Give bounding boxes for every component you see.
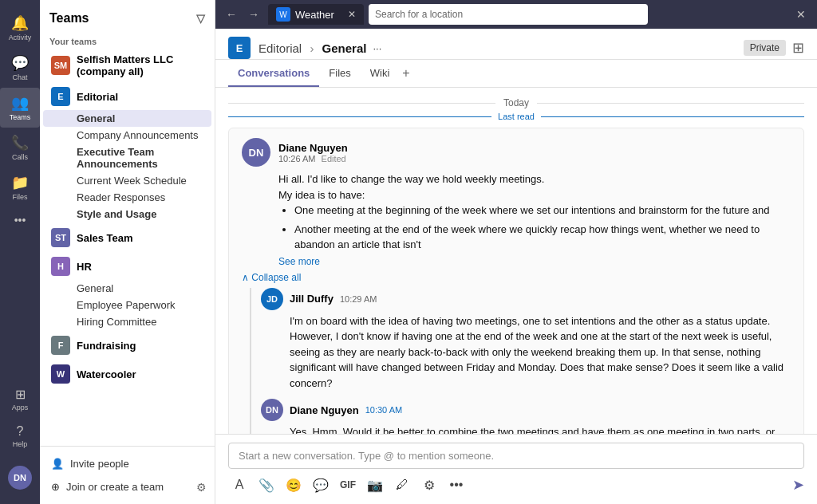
apps-icon: ⊞	[15, 387, 26, 402]
tab-wiki[interactable]: Wiki	[361, 61, 400, 87]
forward-button[interactable]: →	[244, 5, 263, 24]
msg-author-diane: Diane Nguyen	[278, 142, 348, 154]
nav-user-avatar[interactable]: DN	[0, 459, 40, 496]
back-button[interactable]: ←	[222, 5, 241, 24]
chat-icon: 💬	[11, 54, 29, 72]
team-name-sm: Selfish Matters LLC (company all)	[77, 53, 195, 77]
reply-body-jill-1: I'm on board with the idea of having two…	[261, 313, 791, 392]
nav-item-activity[interactable]: 🔔 Activity	[0, 8, 40, 48]
channel-row-employee-paperwork[interactable]: Employee Paperwork	[43, 297, 211, 313]
nav-item-calls[interactable]: 📞 Calls	[0, 128, 40, 167]
team-row-sales[interactable]: ST Sales Team ···	[43, 224, 211, 251]
nav-item-more[interactable]: •••	[0, 207, 40, 234]
send-button[interactable]: ➤	[792, 476, 804, 494]
invite-people-button[interactable]: 👤 Invite people	[48, 455, 207, 473]
join-create-team-button[interactable]: ⊕ Join or create a team	[48, 478, 167, 496]
top-bar: ← → W Weather ✕ Search for a location ✕	[215, 0, 817, 29]
search-placeholder: Search for a location	[375, 9, 463, 20]
weather-tab-icon: W	[276, 7, 290, 22]
msg-time-diane: 10:26 AM Edited	[278, 154, 348, 163]
more-tools-button[interactable]: •••	[445, 474, 468, 496]
attach-button[interactable]: 📎	[255, 474, 278, 496]
msg-avatar-diane: DN	[242, 138, 270, 167]
gif-button[interactable]: GIF	[337, 474, 359, 496]
nav-item-files[interactable]: 📁 Files	[0, 167, 40, 207]
teams-bottom-actions: 👤 Invite people ⊕ Join or create a team …	[40, 446, 215, 504]
team-avatar-editorial: E	[51, 87, 70, 106]
settings-icon[interactable]: ⚙	[196, 481, 207, 494]
teams-panel: Teams ▽ Your teams SM Selfish Matters LL…	[40, 0, 215, 504]
praise-button[interactable]: ⚙	[418, 474, 440, 496]
team-avatar-fundraising: F	[51, 336, 70, 355]
tab-files[interactable]: Files	[319, 61, 360, 87]
team-group-editorial: E Editorial ··· General Company Announce…	[40, 83, 215, 222]
channel-row-executive-announcements[interactable]: Executive Team Announcements	[43, 144, 211, 172]
weather-tab-close[interactable]: ✕	[348, 9, 356, 20]
more-dots-icon: •••	[14, 214, 26, 226]
team-row-editorial[interactable]: E Editorial ···	[43, 83, 211, 110]
channel-channel-name: General	[322, 41, 367, 55]
filter-icon[interactable]: ▽	[196, 12, 205, 25]
emoji-button[interactable]: 😊	[282, 474, 305, 496]
edited-label: Edited	[322, 154, 346, 163]
reply-msg-1: JD Jill Duffy 10:29 AM I'm on board with…	[261, 288, 791, 392]
channel-row-company-announcements[interactable]: Company Announcements	[43, 127, 211, 144]
reply-thread: JD Jill Duffy 10:29 AM I'm on board with…	[250, 288, 791, 435]
channel-header: E Editorial › General ··· Private ⊞	[215, 29, 817, 60]
team-name-hr: HR	[77, 261, 195, 273]
close-weather-button[interactable]: ✕	[791, 5, 811, 24]
loop-button[interactable]: 🖊	[391, 474, 413, 496]
team-group-watercooler: W Watercooler ···	[40, 360, 215, 388]
date-label: Today	[495, 97, 537, 108]
channel-row-current-week[interactable]: Current Week Schedule	[43, 172, 211, 189]
team-row-selfish-matters[interactable]: SM Selfish Matters LLC (company all) ···	[43, 49, 211, 81]
messages-area: Today Last read DN Diane Nguyen 10:26 AM…	[215, 88, 817, 434]
channel-row-style-usage[interactable]: Style and Usage	[43, 206, 211, 222]
weather-tab[interactable]: W Weather ✕	[268, 4, 364, 25]
reply-author-diane-2: Diane Nguyen	[290, 404, 359, 416]
channel-row-hr-general[interactable]: General	[43, 280, 211, 297]
channel-row-reader-responses[interactable]: Reader Responses	[43, 189, 211, 206]
last-read-line: Last read	[228, 112, 804, 121]
compose-area: Start a new conversation. Type @ to ment…	[215, 434, 817, 504]
team-group-selfish-matters: SM Selfish Matters LLC (company all) ···	[40, 49, 215, 81]
collapse-all-button[interactable]: ∧ Collapse all	[242, 272, 791, 283]
nav-item-teams[interactable]: 👥 Teams	[0, 88, 40, 128]
teams-panel-header: Teams ▽	[40, 0, 215, 32]
nav-item-chat[interactable]: 💬 Chat	[0, 48, 40, 88]
nav-item-apps[interactable]: ⊞ Apps	[0, 380, 40, 418]
channel-row-hiring-committee[interactable]: Hiring Committee	[43, 313, 211, 330]
help-icon: ?	[17, 424, 24, 439]
team-row-watercooler[interactable]: W Watercooler ···	[43, 360, 211, 388]
schedule-button[interactable]: 📷	[364, 474, 386, 496]
channel-row-general[interactable]: General	[43, 110, 211, 127]
tab-add-button[interactable]: +	[399, 60, 412, 87]
breadcrumb-separator: ›	[310, 41, 317, 55]
grid-icon[interactable]: ⊞	[792, 39, 804, 57]
weather-search-bar[interactable]: Search for a location	[369, 4, 648, 25]
compose-input[interactable]: Start a new conversation. Type @ to ment…	[228, 443, 804, 469]
team-avatar-hr: H	[51, 257, 70, 276]
team-row-fundraising[interactable]: F Fundraising ···	[43, 332, 211, 359]
sticker-button[interactable]: 💬	[310, 474, 332, 496]
tab-conversations[interactable]: Conversations	[228, 61, 319, 87]
weather-tab-label: Weather	[295, 9, 334, 21]
nav-item-help[interactable]: ? Help	[0, 418, 40, 455]
team-avatar-sales: ST	[51, 228, 70, 247]
reply-body-diane-2: Yes. Hmm. Would it be better to combine …	[261, 424, 791, 434]
see-more-link[interactable]: See more	[242, 256, 791, 267]
team-avatar-watercooler: W	[51, 364, 70, 384]
channel-more-button[interactable]: ···	[373, 42, 381, 54]
last-read-label: Last read	[491, 112, 541, 121]
format-text-button[interactable]: A	[228, 474, 251, 496]
team-group-hr: H HR ··· General Employee Paperwork Hiri…	[40, 253, 215, 330]
team-name-watercooler: Watercooler	[77, 368, 195, 380]
reply-author-jill-1: Jill Duffy	[290, 293, 334, 305]
channel-title: Editorial › General	[259, 41, 366, 55]
msg-body-diane: Hi all. I'd like to change the way we ho…	[242, 171, 791, 253]
team-row-hr[interactable]: H HR ···	[43, 253, 211, 280]
message-card-1: DN Diane Nguyen 10:26 AM Edited Hi all. …	[228, 128, 804, 434]
compose-toolbar: A 📎 😊 💬 GIF 📷 🖊 ⚙ ••• ➤	[228, 474, 804, 496]
your-teams-label: Your teams	[40, 32, 215, 49]
invite-label: Invite people	[70, 458, 129, 470]
